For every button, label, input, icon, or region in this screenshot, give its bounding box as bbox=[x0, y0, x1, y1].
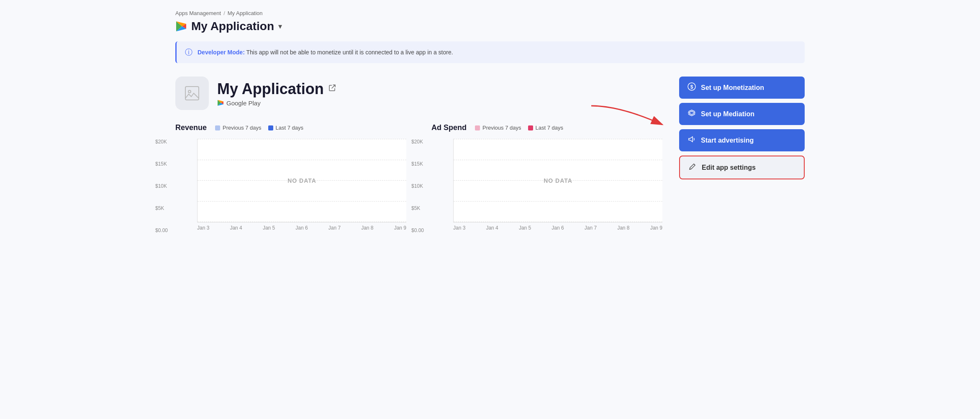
svg-point-5 bbox=[188, 90, 191, 93]
google-play-icon bbox=[175, 20, 187, 32]
app-name: My Application bbox=[217, 80, 336, 98]
info-circle-icon: ⓘ bbox=[185, 47, 192, 57]
main-content: My Application bbox=[175, 77, 805, 233]
last-ad-label: Last 7 days bbox=[536, 125, 564, 131]
app-info: My Application bbox=[217, 80, 336, 107]
breadcrumb: Apps Management / My Application bbox=[175, 10, 805, 16]
prev-ad-dot bbox=[475, 125, 480, 130]
setup-mediation-button[interactable]: Set up Mediation bbox=[679, 103, 805, 125]
app-store-row: Google Play bbox=[217, 100, 336, 107]
left-section: My Application bbox=[175, 77, 662, 233]
revenue-chart-wrapper: $20K $15K $10K $5K $0.00 bbox=[175, 139, 406, 233]
store-play-icon bbox=[217, 100, 224, 106]
layers-icon bbox=[688, 109, 696, 119]
external-link-icon[interactable] bbox=[328, 84, 336, 94]
adspend-chart: Ad Spend Previous 7 days Last 7 days bbox=[431, 123, 662, 233]
right-panel-container: $ Set up Monetization Set up Mediation bbox=[679, 77, 805, 179]
developer-mode-banner: ⓘ Developer Mode: This app will not be a… bbox=[175, 41, 805, 63]
banner-text: Developer Mode: This app will not be abl… bbox=[198, 49, 453, 56]
revenue-legend-last: Last 7 days bbox=[268, 125, 304, 131]
prev-ad-label: Previous 7 days bbox=[482, 125, 521, 131]
revenue-legend-prev: Previous 7 days bbox=[215, 125, 262, 131]
revenue-chart-header: Revenue Previous 7 days Last 7 days bbox=[175, 123, 406, 132]
adspend-legend-last: Last 7 days bbox=[528, 125, 564, 131]
revenue-y-labels: $20K $15K $10K $5K $0.00 bbox=[155, 139, 168, 233]
adspend-chart-header: Ad Spend Previous 7 days Last 7 days bbox=[431, 123, 662, 132]
right-panel: $ Set up Monetization Set up Mediation bbox=[679, 77, 805, 179]
prev-rev-dot bbox=[215, 125, 220, 130]
setup-mediation-label: Set up Mediation bbox=[701, 110, 754, 118]
app-title-row: My Application ▾ bbox=[175, 20, 805, 33]
prev-rev-label: Previous 7 days bbox=[223, 125, 262, 131]
svg-text:$: $ bbox=[690, 84, 693, 90]
edit-app-settings-button[interactable]: Edit app settings bbox=[679, 156, 805, 179]
start-advertising-button[interactable]: Start advertising bbox=[679, 129, 805, 151]
edit-app-settings-label: Edit app settings bbox=[702, 164, 756, 171]
revenue-no-data: NO DATA bbox=[287, 177, 316, 184]
last-rev-label: Last 7 days bbox=[276, 125, 304, 131]
last-rev-dot bbox=[268, 125, 273, 130]
app-store-name: Google Play bbox=[226, 100, 261, 107]
adspend-chart-area: NO DATA bbox=[453, 139, 662, 222]
revenue-legend: Previous 7 days Last 7 days bbox=[215, 125, 303, 131]
charts-section: Revenue Previous 7 days Last 7 days bbox=[175, 123, 662, 233]
revenue-chart: Revenue Previous 7 days Last 7 days bbox=[175, 123, 406, 233]
dropdown-chevron-icon[interactable]: ▾ bbox=[278, 22, 282, 31]
adspend-legend-prev: Previous 7 days bbox=[475, 125, 521, 131]
page-title: My Application bbox=[191, 20, 274, 33]
dollar-icon: $ bbox=[688, 82, 696, 93]
revenue-chart-title: Revenue bbox=[175, 123, 207, 132]
edit-icon bbox=[688, 162, 697, 173]
megaphone-icon bbox=[688, 135, 696, 146]
adspend-chart-wrapper: $20K $15K $10K $5K $0.00 bbox=[431, 139, 662, 233]
breadcrumb-current: My Application bbox=[228, 10, 263, 16]
adspend-legend: Previous 7 days Last 7 days bbox=[475, 125, 563, 131]
adspend-y-labels: $20K $15K $10K $5K $0.00 bbox=[411, 139, 424, 233]
setup-monetization-button[interactable]: $ Set up Monetization bbox=[679, 77, 805, 99]
revenue-chart-area: NO DATA bbox=[197, 139, 406, 222]
app-header: My Application bbox=[175, 77, 662, 110]
start-advertising-label: Start advertising bbox=[701, 137, 754, 144]
last-ad-dot bbox=[528, 125, 533, 130]
breadcrumb-parent[interactable]: Apps Management bbox=[175, 10, 221, 16]
revenue-x-labels: Jan 3 Jan 4 Jan 5 Jan 6 Jan 7 Jan 8 Jan … bbox=[197, 222, 406, 233]
adspend-x-labels: Jan 3 Jan 4 Jan 5 Jan 6 Jan 7 Jan 8 Jan … bbox=[453, 222, 662, 233]
app-icon bbox=[175, 77, 209, 110]
svg-rect-4 bbox=[185, 87, 199, 100]
adspend-chart-title: Ad Spend bbox=[431, 123, 467, 132]
breadcrumb-separator: / bbox=[223, 10, 225, 16]
setup-monetization-label: Set up Monetization bbox=[701, 84, 764, 92]
adspend-no-data: NO DATA bbox=[544, 177, 572, 184]
